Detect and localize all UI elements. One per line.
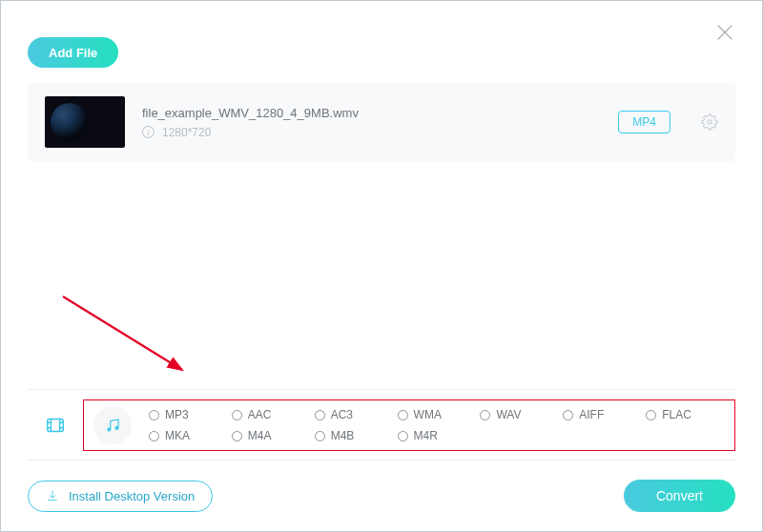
format-label: MKA [165,429,190,442]
format-option-mka[interactable]: MKA [149,429,228,442]
install-desktop-button[interactable]: Install Desktop Version [28,481,213,512]
radio-icon [315,431,325,441]
svg-line-3 [63,297,182,370]
audio-format-panel: MP3AACAC3WMAWAVAIFFFLACMKAM4AM4BM4R [83,399,735,451]
format-option-ac3[interactable]: AC3 [315,408,394,421]
format-option-aiff[interactable]: AIFF [563,408,642,421]
annotation-arrow [58,292,201,378]
app-window: Add File file_example_WMV_1280_4_9MB.wmv… [0,0,763,532]
radio-icon [398,410,408,420]
divider-bottom [28,460,735,460]
format-grid: MP3AACAC3WMAWAVAIFFFLACMKAM4AM4BM4R [149,408,725,442]
format-option-wma[interactable]: WMA [398,408,477,421]
file-resolution: 1280*720 [162,126,211,139]
add-file-label: Add File [49,46,97,60]
file-resolution-row: i 1280*720 [142,126,601,139]
format-label: M4A [248,429,272,442]
format-label: WMA [414,408,442,421]
svg-point-2 [708,120,712,125]
radio-icon [232,410,242,420]
svg-point-11 [108,428,111,431]
audio-category-icon[interactable] [93,406,132,444]
svg-rect-4 [48,419,64,432]
format-option-wav[interactable]: WAV [480,408,559,421]
video-category-icon[interactable] [28,390,83,460]
output-format-badge[interactable]: MP4 [618,111,670,133]
format-option-m4r[interactable]: M4R [398,429,477,442]
format-option-m4b[interactable]: M4B [315,429,394,442]
close-icon[interactable] [714,22,735,43]
convert-label: Convert [656,488,703,503]
format-bar: MP3AACAC3WMAWAVAIFFFLACMKAM4AM4BM4R [28,390,735,460]
file-meta: file_example_WMV_1280_4_9MB.wmv i 1280*7… [142,106,601,139]
format-label: FLAC [662,408,691,421]
format-label: M4B [331,429,355,442]
footer: Install Desktop Version Convert [28,480,735,512]
convert-button[interactable]: Convert [624,480,735,512]
radio-icon [315,410,325,420]
radio-icon [646,410,656,420]
gear-icon[interactable] [701,113,718,131]
radio-icon [232,431,242,441]
file-thumbnail[interactable] [45,96,125,148]
svg-point-12 [115,426,118,429]
install-desktop-label: Install Desktop Version [69,489,195,503]
format-label: WAV [496,408,521,421]
format-label: M4R [414,429,438,442]
info-icon[interactable]: i [142,126,155,138]
add-file-button[interactable]: Add File [28,37,118,68]
radio-icon [149,431,159,441]
output-format-label: MP4 [632,115,656,129]
format-label: AAC [248,408,272,421]
format-option-m4a[interactable]: M4A [232,429,311,442]
radio-icon [149,410,159,420]
format-label: AC3 [331,408,353,421]
radio-icon [480,410,490,420]
format-option-mp3[interactable]: MP3 [149,408,228,421]
format-option-aac[interactable]: AAC [232,408,311,421]
download-icon [46,489,59,502]
radio-icon [398,431,408,441]
file-row: file_example_WMV_1280_4_9MB.wmv i 1280*7… [28,83,735,161]
format-label: AIFF [579,408,604,421]
file-name: file_example_WMV_1280_4_9MB.wmv [142,106,601,120]
format-option-flac[interactable]: FLAC [646,408,725,421]
radio-icon [563,410,573,420]
format-label: MP3 [165,408,189,421]
